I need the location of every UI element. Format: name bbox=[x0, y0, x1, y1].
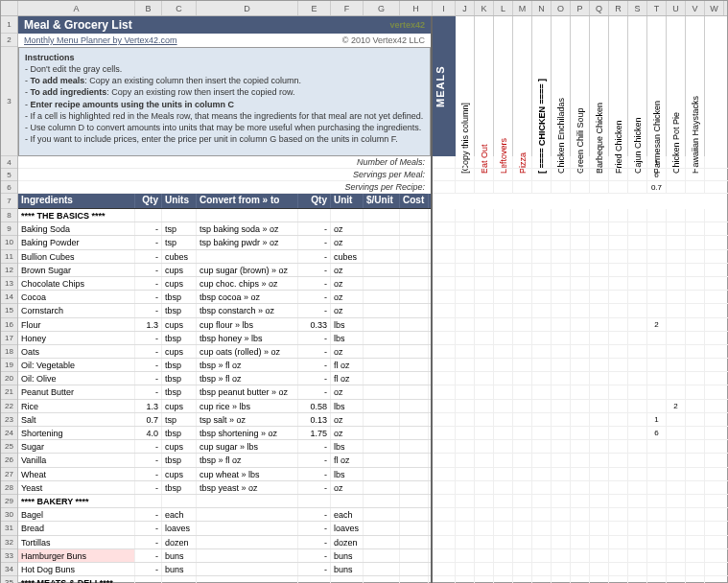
cell[interactable] bbox=[532, 481, 552, 494]
cell[interactable] bbox=[647, 495, 667, 507]
grid-row[interactable] bbox=[433, 264, 728, 277]
cell[interactable] bbox=[647, 332, 667, 344]
cell[interactable]: - bbox=[298, 264, 331, 276]
cell[interactable] bbox=[475, 563, 494, 575]
cell[interactable] bbox=[609, 304, 628, 316]
cell[interactable] bbox=[364, 427, 400, 439]
cell[interactable] bbox=[667, 576, 686, 583]
cell[interactable] bbox=[433, 536, 456, 548]
cell[interactable] bbox=[686, 359, 705, 371]
cell[interactable]: - bbox=[298, 508, 331, 521]
cell[interactable] bbox=[400, 563, 429, 575]
cell[interactable] bbox=[552, 400, 571, 412]
cell[interactable] bbox=[590, 413, 609, 426]
cell[interactable] bbox=[433, 495, 456, 507]
cell[interactable] bbox=[494, 440, 513, 453]
meal-column[interactable]: Green Chili Soup bbox=[571, 16, 590, 156]
cell[interactable] bbox=[686, 413, 705, 426]
cell[interactable]: - bbox=[298, 385, 331, 398]
cell[interactable] bbox=[364, 481, 400, 494]
cell[interactable]: - bbox=[298, 440, 331, 453]
cell[interactable] bbox=[590, 508, 609, 521]
cell[interactable] bbox=[475, 209, 494, 222]
cell[interactable]: cubes bbox=[162, 250, 197, 263]
cell[interactable] bbox=[667, 181, 686, 193]
cell[interactable] bbox=[433, 427, 456, 439]
cell[interactable] bbox=[667, 209, 686, 222]
cell[interactable]: cup choc. chips » oz bbox=[197, 277, 298, 290]
cell[interactable] bbox=[364, 440, 400, 453]
cell[interactable]: 2 bbox=[647, 318, 667, 331]
cell[interactable] bbox=[628, 495, 647, 507]
cell[interactable] bbox=[475, 181, 494, 193]
grid-row[interactable] bbox=[433, 209, 728, 222]
cell[interactable] bbox=[667, 359, 686, 371]
cell[interactable] bbox=[686, 576, 705, 583]
cell[interactable]: Bagel bbox=[18, 508, 135, 521]
cell[interactable]: - bbox=[298, 332, 331, 344]
cell[interactable] bbox=[609, 332, 628, 344]
table-row[interactable]: Cocoa-tbsptbsp cocoa » oz-oz bbox=[18, 291, 431, 304]
row-18[interactable]: 18 bbox=[1, 345, 17, 359]
cell[interactable] bbox=[590, 318, 609, 331]
cell[interactable] bbox=[552, 332, 571, 344]
cell[interactable] bbox=[590, 345, 609, 358]
cell[interactable] bbox=[609, 318, 628, 331]
cell[interactable] bbox=[456, 222, 475, 235]
cell[interactable]: tbsp bbox=[162, 332, 197, 344]
cell[interactable] bbox=[456, 495, 475, 507]
cell[interactable] bbox=[494, 359, 513, 371]
cell[interactable]: - bbox=[135, 277, 162, 290]
header-cell[interactable]: Ingredients bbox=[18, 194, 135, 208]
cell[interactable] bbox=[400, 536, 429, 548]
cell[interactable] bbox=[590, 427, 609, 439]
cell[interactable] bbox=[532, 495, 552, 507]
col-P[interactable]: P bbox=[571, 1, 590, 15]
cell[interactable] bbox=[364, 318, 400, 331]
cell[interactable] bbox=[628, 522, 647, 534]
cell[interactable]: - bbox=[298, 563, 331, 575]
grid-row[interactable] bbox=[433, 536, 728, 549]
cell[interactable] bbox=[298, 495, 331, 507]
cell[interactable] bbox=[552, 250, 571, 263]
cell[interactable] bbox=[494, 372, 513, 385]
cell[interactable]: buns bbox=[162, 563, 197, 575]
cell[interactable] bbox=[364, 522, 400, 534]
cell[interactable] bbox=[433, 549, 456, 562]
cell[interactable] bbox=[571, 413, 590, 426]
cell[interactable] bbox=[433, 440, 456, 453]
cell[interactable] bbox=[571, 291, 590, 303]
cell[interactable] bbox=[628, 264, 647, 276]
cell[interactable]: 1 bbox=[647, 156, 667, 168]
cell[interactable] bbox=[475, 468, 494, 480]
cell[interactable]: - bbox=[298, 222, 331, 235]
cell[interactable] bbox=[571, 222, 590, 235]
cell[interactable] bbox=[647, 549, 667, 562]
cell[interactable]: - bbox=[135, 264, 162, 276]
cell[interactable] bbox=[628, 454, 647, 466]
cell[interactable]: tbsp bbox=[162, 481, 197, 494]
row-7[interactable]: 7 bbox=[1, 194, 17, 209]
cell[interactable] bbox=[532, 222, 552, 235]
cell[interactable]: - bbox=[135, 236, 162, 248]
cell[interactable] bbox=[532, 332, 552, 344]
cell[interactable] bbox=[475, 372, 494, 385]
cell[interactable] bbox=[532, 440, 552, 453]
cell[interactable] bbox=[513, 549, 532, 562]
cell[interactable] bbox=[532, 508, 552, 521]
cell[interactable] bbox=[532, 345, 552, 358]
cell[interactable] bbox=[364, 332, 400, 344]
row-15[interactable]: 15 bbox=[1, 304, 17, 317]
row-6[interactable]: 6 bbox=[1, 181, 17, 194]
cell[interactable] bbox=[628, 413, 647, 426]
cell[interactable] bbox=[513, 576, 532, 583]
table-row[interactable]: Sugar-cupscup sugar » lbs-lbs bbox=[18, 440, 431, 454]
header-cell[interactable]: Qty bbox=[298, 194, 331, 208]
cell[interactable] bbox=[532, 291, 552, 303]
cell[interactable] bbox=[647, 522, 667, 534]
cell[interactable]: 6 bbox=[647, 169, 667, 180]
cell[interactable] bbox=[609, 427, 628, 439]
cell[interactable] bbox=[628, 481, 647, 494]
cell[interactable] bbox=[628, 427, 647, 439]
cell[interactable]: oz bbox=[331, 385, 364, 398]
